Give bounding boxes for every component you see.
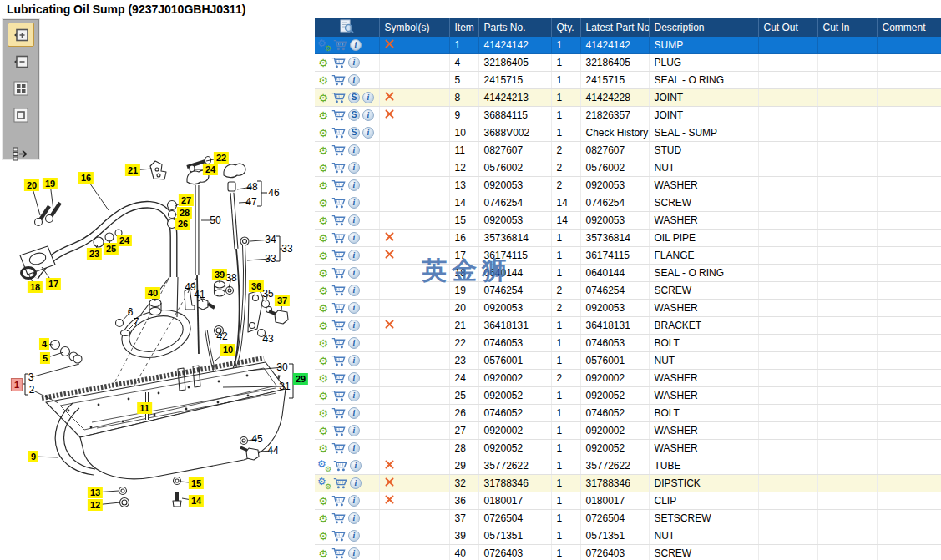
table-row-item-26[interactable]: ⚙i26074605210746052BOLT [315,405,941,422]
callout-33[interactable]: 33 [264,254,276,264]
gear-icon[interactable]: ⚙ [317,373,329,384]
cart-icon[interactable] [331,214,346,226]
info-icon[interactable]: i [348,407,360,419]
cart-icon[interactable] [331,92,346,103]
callout-37[interactable]: 37 [275,295,290,306]
gear-icon[interactable]: ⚙ [317,285,329,296]
col-header-cut_out[interactable]: Cut Out [758,18,817,37]
gear-icon[interactable]: ⚙ [317,233,329,244]
callout-42[interactable]: 42 [215,331,228,341]
cart-icon[interactable] [333,460,347,472]
table-row-item-23[interactable]: ⚙i23057600110576001NUT [315,352,941,370]
callout-40[interactable]: 40 [145,287,160,299]
table-row-item-29[interactable]: ⚙⚙i2935772622135772622TUBE [315,457,941,475]
substitution-icon[interactable]: S [348,92,360,103]
toolbar-toggle-panel-button[interactable] [8,142,34,166]
cart-icon[interactable] [331,320,346,331]
info-icon[interactable]: i [348,214,360,226]
info-icon[interactable]: i [348,250,360,261]
gear-icon[interactable]: ⚙ [317,426,329,436]
info-icon[interactable]: i [350,477,362,489]
table-row-item-4[interactable]: ⚙i432186405132186405PLUG [315,54,941,72]
info-icon[interactable]: i [348,530,360,542]
gear-icon[interactable]: ⚙ [317,93,329,103]
assembly-gears-icon[interactable]: ⚙⚙ [317,459,331,472]
callout-14[interactable]: 14 [189,495,204,507]
cart-icon[interactable] [331,162,346,174]
callout-38[interactable]: 38 [225,273,237,283]
toolbar-tile-windows-button[interactable] [8,76,34,100]
col-header-cut_in[interactable]: Cut In [817,18,877,37]
toolbar-fit-view-button[interactable] [8,103,34,127]
callout-11[interactable]: 11 [137,402,152,414]
callout-17[interactable]: 17 [46,278,61,290]
cart-icon[interactable] [331,232,346,244]
gear-icon[interactable]: ⚙ [317,163,329,174]
callout-18[interactable]: 18 [28,281,43,293]
callout-31[interactable]: 31 [278,381,291,391]
callout-23[interactable]: 23 [87,248,102,260]
gear-icon[interactable]: ⚙ [317,356,329,366]
table-row-item-9[interactable]: ⚙Si936884115121826357JOINT [315,107,941,124]
cart-icon[interactable] [331,197,346,209]
toolbar-zoom-in-button[interactable] [8,23,34,47]
cart-icon[interactable] [331,127,346,139]
info-icon[interactable]: i [348,74,360,86]
callout-34[interactable]: 34 [264,235,276,245]
table-row-item-15[interactable]: ⚙i150920053140920053WASHER [315,212,941,230]
info-icon[interactable]: i [348,320,360,331]
cart-icon[interactable] [331,355,346,366]
info-icon[interactable]: i [350,39,362,51]
cart-icon[interactable] [331,407,346,419]
callout-5[interactable]: 5 [40,352,50,364]
info-icon[interactable]: i [348,267,360,279]
assembly-gears-icon[interactable]: ⚙⚙ [317,38,331,52]
table-row-item-27[interactable]: ⚙i27092000210920002WASHER [315,422,941,440]
col-header-qty[interactable]: Qty. [551,18,580,37]
gear-icon[interactable]: ⚙ [317,145,329,156]
table-row-item-17[interactable]: ⚙i1736174115136174115FLANGE [315,247,941,265]
gear-icon[interactable]: ⚙ [317,128,329,139]
cart-icon[interactable] [331,179,346,191]
callout-1[interactable]: 1 [11,378,23,391]
callout-48[interactable]: 48 [245,182,258,192]
cart-icon[interactable] [331,390,346,401]
callout-13[interactable]: 13 [88,487,103,498]
callout-41[interactable]: 41 [193,290,205,300]
info-icon[interactable]: i [348,144,360,156]
info-icon[interactable]: i [348,302,360,314]
info-icon[interactable]: i [348,232,360,244]
callout-46[interactable]: 46 [267,188,280,198]
gear-icon[interactable]: ⚙ [317,215,329,226]
cart-icon[interactable] [331,442,346,454]
assembly-gears-icon[interactable]: ⚙⚙ [317,477,331,490]
callout-10[interactable]: 10 [220,344,235,356]
cart-icon[interactable] [331,267,346,279]
callout-4[interactable]: 4 [39,338,49,350]
callout-50[interactable]: 50 [209,215,221,225]
col-header-desc[interactable]: Description [649,18,758,37]
gear-icon[interactable]: ⚙ [317,391,329,401]
table-row-item-11[interactable]: ⚙i11082760720827607STUD [315,142,941,159]
table-row-item-28[interactable]: ⚙i28092005210920052WASHER [315,440,941,457]
cart-icon[interactable] [331,512,346,524]
gear-icon[interactable]: ⚙ [317,75,329,86]
info-icon[interactable]: i [348,337,360,349]
callout-30[interactable]: 30 [276,362,288,372]
gear-icon[interactable]: ⚙ [317,513,329,524]
col-header-latest[interactable]: Latest Part No. [580,18,649,37]
callout-7[interactable]: 7 [133,317,140,327]
table-row-item-32[interactable]: ⚙⚙i3231788346131788346DIPSTICK [315,475,941,492]
gear-icon[interactable]: ⚙ [317,531,329,542]
info-icon[interactable]: i [348,285,360,296]
table-row-item-14[interactable]: ⚙i140746254140746254SCREW [315,194,941,212]
gear-icon[interactable]: ⚙ [317,548,329,559]
callout-47[interactable]: 47 [245,197,257,207]
cart-icon[interactable] [331,425,346,436]
info-icon[interactable]: i [348,197,360,209]
callout-12[interactable]: 12 [88,499,103,511]
info-icon[interactable]: i [362,109,374,121]
info-icon[interactable]: i [350,460,362,472]
table-row-item-1[interactable]: ⚙⚙i141424142141424142SUMP [315,37,941,54]
table-row-item-39[interactable]: ⚙i39057135110571351NUT [315,527,941,545]
